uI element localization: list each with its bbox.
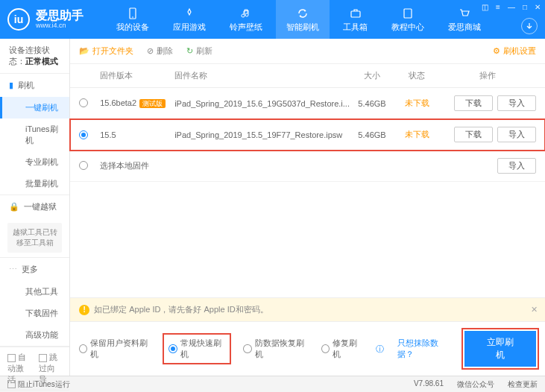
content: 📂打开文件夹 ⊘删除 ↻刷新 ⚙刷机设置 固件版本 固件名称 大小 状态 操作 …: [70, 39, 545, 376]
flash-mode-row: 保留用户资料刷机 常规快速刷机 防数据恢复刷机 修复刷机 ⓘ 只想抹除数据？ 立…: [70, 321, 545, 376]
sidebar-item-itunes[interactable]: iTunes刷机: [0, 118, 69, 151]
app-name: 爱思助手: [36, 10, 84, 22]
nav-tutorials[interactable]: 教程中心: [381, 0, 435, 39]
app-logo: iu: [7, 8, 30, 31]
table-row[interactable]: 15.5 iPad_Spring_2019_15.5_19F77_Restore…: [70, 119, 545, 151]
phone-icon: ▮: [9, 80, 13, 90]
import-button[interactable]: 导入: [497, 158, 536, 174]
close-icon[interactable]: ✕: [535, 3, 541, 11]
th-name: 固件名称: [174, 70, 350, 81]
gear-icon: ⚙: [493, 46, 500, 56]
table-header: 固件版本 固件名称 大小 状态 操作: [70, 64, 545, 88]
sidebar-item-advanced[interactable]: 高级功能: [0, 324, 69, 346]
music-icon: [239, 7, 253, 20]
flash-icon: [296, 7, 309, 20]
book-icon: [401, 7, 415, 20]
th-ops: 操作: [439, 70, 536, 81]
sidebar-item-pro[interactable]: 专业刷机: [0, 151, 69, 173]
sidebar-item-other[interactable]: 其他工具: [0, 281, 69, 303]
nav-toolbox[interactable]: 工具箱: [333, 0, 378, 39]
more-icon: ⋯: [9, 265, 17, 274]
mode-keep-data[interactable]: 保留用户资料刷机: [79, 338, 151, 360]
lock-icon: 🔒: [9, 202, 19, 212]
beta-badge: 测试版: [139, 99, 166, 108]
download-indicator[interactable]: [521, 18, 538, 34]
jailbreak-note: 越狱工具已转移至工具箱: [7, 223, 62, 253]
connection-status: 设备连接状态：正常模式: [0, 39, 69, 74]
window-controls: ◫ ≡ — □ ✕: [482, 3, 541, 11]
info-icon[interactable]: ⓘ: [376, 344, 384, 355]
skin-icon[interactable]: ◫: [482, 3, 488, 11]
folder-icon: 📂: [79, 46, 89, 56]
import-button[interactable]: 导入: [497, 127, 536, 142]
sidebar-item-batch[interactable]: 批量刷机: [0, 173, 69, 195]
mode-quick[interactable]: 常规快速刷机: [164, 335, 230, 363]
import-button[interactable]: 导入: [497, 95, 536, 111]
phone-icon: [126, 7, 139, 20]
toolbox-icon: [349, 7, 362, 20]
refresh-button[interactable]: ↻刷新: [186, 45, 212, 57]
table-row-local[interactable]: 选择本地固件 导入: [70, 151, 545, 182]
wechat-link[interactable]: 微信公众号: [457, 379, 494, 390]
sidebar-flash-header[interactable]: ▮刷机: [0, 74, 69, 97]
nav-flash[interactable]: 智能刷机: [276, 0, 330, 39]
block-itunes-checkbox[interactable]: 阻止iTunes运行: [7, 379, 70, 390]
th-status: 状态: [394, 70, 439, 81]
sidebar-item-oneclick[interactable]: 一键刷机: [0, 97, 69, 118]
alert-close-icon[interactable]: ✕: [531, 305, 538, 314]
download-button[interactable]: 下载: [454, 127, 493, 142]
nav-my-device[interactable]: 我的设备: [106, 0, 160, 39]
menu-icon[interactable]: ≡: [496, 3, 500, 11]
nav-apps[interactable]: 应用游戏: [163, 0, 216, 39]
sidebar-jailbreak-header[interactable]: 🔒一键越狱: [0, 195, 69, 218]
delete-icon: ⊘: [147, 46, 154, 56]
th-version: 固件版本: [100, 70, 174, 81]
maximize-icon[interactable]: □: [523, 3, 527, 11]
flash-now-button[interactable]: 立即刷机: [464, 331, 536, 367]
check-update-link[interactable]: 检查更新: [508, 379, 538, 390]
th-size: 大小: [350, 70, 394, 81]
sidebar-item-download[interactable]: 下载固件: [0, 303, 69, 324]
svg-rect-2: [351, 11, 360, 17]
row-radio[interactable]: [79, 130, 88, 139]
table-row[interactable]: 15.6beta2测试版 iPad_Spring_2019_15.6_19G50…: [70, 88, 545, 119]
download-button[interactable]: 下载: [454, 95, 493, 111]
open-folder-button[interactable]: 📂打开文件夹: [79, 45, 133, 57]
refresh-icon: ↻: [186, 46, 193, 56]
firmware-table: 固件版本 固件名称 大小 状态 操作 15.6beta2测试版 iPad_Spr…: [70, 64, 545, 182]
svg-point-1: [132, 16, 133, 18]
version-label: V7.98.61: [414, 379, 444, 390]
nav-ringtones[interactable]: 铃声壁纸: [219, 0, 273, 39]
app-url: www.i4.cn: [36, 22, 84, 29]
sidebar: 设备连接状态：正常模式 ▮刷机 一键刷机 iTunes刷机 专业刷机 批量刷机 …: [0, 39, 70, 376]
erase-only-link[interactable]: 只想抹除数据？: [397, 338, 450, 360]
warning-icon: !: [79, 305, 89, 315]
apps-icon: [183, 7, 196, 20]
statusbar: 阻止iTunes运行 V7.98.61 微信公众号 检查更新: [0, 376, 545, 392]
top-nav: 我的设备 应用游戏 铃声壁纸 智能刷机 工具箱 教程中心 爱思商城: [106, 0, 491, 39]
minimize-icon[interactable]: —: [508, 3, 515, 11]
row-radio[interactable]: [79, 98, 88, 107]
svg-rect-3: [404, 9, 412, 18]
flash-settings-button[interactable]: ⚙刷机设置: [493, 45, 536, 57]
mode-antirecover[interactable]: 防数据恢复刷机: [243, 338, 307, 360]
titlebar: iu 爱思助手 www.i4.cn 我的设备 应用游戏 铃声壁纸 智能刷机 工具…: [0, 0, 545, 39]
cart-icon: [458, 7, 471, 20]
appleid-alert: ! 如已绑定 Apple ID，请先备好 Apple ID和密码。 ✕: [70, 297, 545, 321]
toolbar: 📂打开文件夹 ⊘删除 ↻刷新 ⚙刷机设置: [70, 39, 545, 64]
mode-repair[interactable]: 修复刷机: [321, 338, 363, 360]
sidebar-more-header[interactable]: ⋯更多: [0, 258, 69, 281]
delete-button[interactable]: ⊘删除: [147, 45, 173, 57]
row-radio[interactable]: [79, 161, 88, 170]
